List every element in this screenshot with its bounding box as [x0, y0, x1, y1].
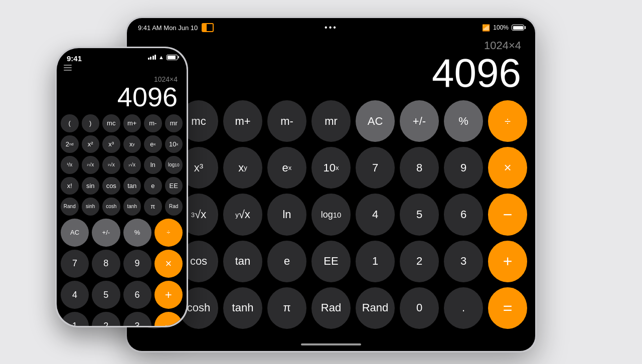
- iphone-status-bar: 9:41 ▲: [57, 48, 187, 64]
- iphone-btn-rad[interactable]: Rad: [165, 198, 183, 216]
- iphone-screen: 9:41 ▲: [57, 48, 187, 326]
- iphone-btn-sqrt2[interactable]: 2√x: [82, 156, 100, 174]
- sidebar-icon[interactable]: [202, 23, 214, 32]
- ipad-time: 9:41 AM Mon Jun 10: [138, 24, 198, 32]
- iphone-btn-log10[interactable]: log10: [165, 156, 183, 174]
- ipad-btn-6[interactable]: 6: [444, 194, 483, 235]
- ipad-btn-ex[interactable]: ex: [267, 147, 306, 189]
- ipad-btn-percent[interactable]: %: [444, 100, 483, 142]
- iphone-btn-paren-open[interactable]: (: [61, 114, 79, 132]
- iphone-btn-mplus[interactable]: m+: [123, 114, 141, 132]
- ipad-row-3: 2√x 3√x y√x ln log10 4 5 6 −: [135, 194, 527, 235]
- iphone-btn-7[interactable]: 7: [61, 250, 89, 278]
- iphone-btn-tanh[interactable]: tanh: [123, 198, 141, 216]
- ipad-btn-7[interactable]: 7: [356, 147, 395, 189]
- ipad-btn-subtract[interactable]: −: [488, 194, 527, 235]
- iphone-battery-icon: [167, 55, 178, 60]
- iphone-btn-plusminus[interactable]: +/-: [92, 219, 120, 247]
- iphone-btn-paren-close[interactable]: ): [82, 114, 100, 132]
- ipad-btn-rad[interactable]: Rad: [311, 287, 351, 329]
- ipad-btn-divide[interactable]: ÷: [488, 100, 527, 142]
- iphone-btn-sinh[interactable]: sinh: [82, 198, 100, 216]
- iphone-sci-row-5: Rand sinh cosh tanh π Rad: [61, 198, 183, 216]
- iphone-btn-x3[interactable]: x³: [102, 135, 120, 153]
- iphone-btn-mr[interactable]: mr: [165, 114, 183, 132]
- ipad-btn-0[interactable]: 0: [400, 287, 439, 329]
- ipad-btn-3[interactable]: 3: [444, 241, 483, 282]
- iphone-btn-e[interactable]: e: [144, 177, 162, 195]
- ipad-btn-ac[interactable]: AC: [356, 100, 395, 142]
- iphone-btn-rand[interactable]: Rand: [61, 198, 79, 216]
- ipad-btn-5[interactable]: 5: [400, 194, 439, 235]
- ipad-btn-10x[interactable]: 10x: [311, 147, 351, 189]
- ipad-btn-add[interactable]: +: [488, 241, 527, 282]
- scene: 9:41 AM Mon Jun 10 ••• 📶 100% 1024×4 409…: [25, 7, 617, 357]
- iphone-btn-mc[interactable]: mc: [102, 114, 120, 132]
- iphone-btn-10x[interactable]: 10x: [165, 135, 183, 153]
- iphone-btn-xfact[interactable]: x!: [61, 177, 79, 195]
- iphone-btn-3[interactable]: 3: [123, 312, 151, 326]
- iphone-btn-sqrt3[interactable]: 3√x: [102, 156, 120, 174]
- iphone-btn-1[interactable]: 1: [61, 312, 89, 326]
- iphone-btn-pi[interactable]: π: [144, 198, 162, 216]
- iphone-btn-9[interactable]: 9: [123, 250, 151, 278]
- ipad-btn-mplus[interactable]: m+: [223, 100, 262, 142]
- ipad-btn-log10[interactable]: log10: [311, 194, 351, 235]
- iphone-btn-ac[interactable]: AC: [61, 219, 89, 247]
- iphone-btn-cosh[interactable]: cosh: [102, 198, 120, 216]
- iphone-btn-divide[interactable]: ÷: [154, 219, 183, 247]
- ipad-btn-4[interactable]: 4: [356, 194, 395, 235]
- ipad-btn-1[interactable]: 1: [356, 241, 395, 282]
- iphone-btn-6[interactable]: 6: [123, 281, 151, 309]
- ipad-btn-plusminus[interactable]: +/-: [400, 100, 439, 142]
- iphone-btn-percent[interactable]: %: [123, 219, 151, 247]
- menu-icon[interactable]: [64, 65, 181, 71]
- ipad-btn-tanh[interactable]: tanh: [223, 287, 262, 329]
- iphone-btn-tan[interactable]: tan: [123, 177, 141, 195]
- ipad-btn-ee[interactable]: EE: [311, 241, 351, 282]
- iphone-btn-ex[interactable]: ex: [144, 135, 162, 153]
- iphone-btn-2[interactable]: 2: [92, 312, 120, 326]
- iphone-btn-sin[interactable]: sin: [82, 177, 100, 195]
- iphone-btn-mminus[interactable]: m-: [144, 114, 162, 132]
- ipad-btn-pi[interactable]: π: [267, 287, 306, 329]
- ipad-btn-9[interactable]: 9: [444, 147, 483, 189]
- iphone-btn-multiply[interactable]: ×: [154, 250, 183, 278]
- iphone-sci-row-3: ¹/x 2√x 3√x y√x ln log10: [61, 156, 183, 174]
- ipad-battery-icon: [512, 25, 524, 31]
- iphone-basic-row-2: 7 8 9 ×: [61, 250, 183, 278]
- iphone-btn-8[interactable]: 8: [92, 250, 120, 278]
- iphone-btn-sqrty[interactable]: y√x: [123, 156, 141, 174]
- ipad-btn-2[interactable]: 2: [400, 241, 439, 282]
- ipad-row-4: sin cos tan e EE 1 2 3 +: [135, 241, 527, 282]
- iphone-btn-xy[interactable]: xy: [123, 135, 141, 153]
- ipad-btn-xy[interactable]: xy: [223, 147, 262, 189]
- iphone-btn-2nd[interactable]: 2nd: [61, 135, 79, 153]
- ipad-btn-rand[interactable]: Rand: [356, 287, 395, 329]
- ipad-status-right: 📶 100%: [482, 24, 524, 32]
- ipad-btn-8[interactable]: 8: [400, 147, 439, 189]
- iphone-btn-1x[interactable]: ¹/x: [61, 156, 79, 174]
- iphone-btn-add[interactable]: +: [154, 281, 183, 309]
- ipad-home-bar: [127, 341, 535, 351]
- ipad-btn-ln[interactable]: ln: [267, 194, 306, 235]
- menu-line-1: [64, 65, 72, 66]
- iphone-btn-ln[interactable]: ln: [144, 156, 162, 174]
- ipad-btn-equals[interactable]: =: [488, 287, 527, 329]
- ipad-btn-sqrty[interactable]: y√x: [223, 194, 262, 235]
- battery-fill: [513, 26, 523, 30]
- iphone-menu-area: [57, 64, 187, 73]
- ipad-btn-e[interactable]: e: [267, 241, 306, 282]
- ipad-btn-decimal[interactable]: .: [444, 287, 483, 329]
- iphone-btn-5[interactable]: 5: [92, 281, 120, 309]
- ipad-btn-multiply[interactable]: ×: [488, 147, 527, 189]
- iphone-sci-row-4: x! sin cos tan e EE: [61, 177, 183, 195]
- ipad-btn-mminus[interactable]: m-: [267, 100, 306, 142]
- ipad-btn-mr[interactable]: mr: [311, 100, 351, 142]
- iphone-status-right: ▲: [148, 54, 178, 60]
- iphone-btn-ee[interactable]: EE: [165, 177, 183, 195]
- iphone-btn-cos[interactable]: cos: [102, 177, 120, 195]
- iphone-btn-4[interactable]: 4: [61, 281, 89, 309]
- iphone-btn-x2[interactable]: x²: [82, 135, 100, 153]
- ipad-btn-tan[interactable]: tan: [223, 241, 262, 282]
